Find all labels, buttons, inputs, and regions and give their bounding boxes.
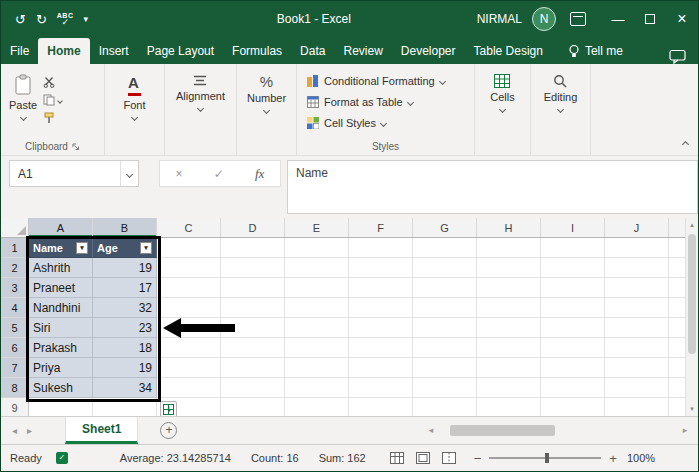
cell-f5[interactable]	[349, 318, 413, 338]
cell-j2[interactable]	[605, 258, 669, 278]
zoom-slider[interactable]	[489, 457, 601, 459]
font-group[interactable]: A Font	[105, 64, 165, 155]
cell-styles-button[interactable]: Cell Styles	[307, 112, 386, 133]
select-all-button[interactable]	[1, 218, 29, 237]
scroll-up-icon[interactable]: ▲	[686, 218, 698, 232]
collapse-ribbon-icon[interactable]	[682, 141, 689, 148]
row-header-7[interactable]: 7	[1, 358, 29, 378]
zoom-in-icon[interactable]: +	[609, 451, 617, 466]
cell-i4[interactable]	[541, 298, 605, 318]
row-header-4[interactable]: 4	[1, 298, 29, 318]
cell-g9[interactable]	[413, 398, 477, 416]
cell-h4[interactable]	[477, 298, 541, 318]
insert-function-icon[interactable]: fx	[255, 166, 264, 182]
cell-f1[interactable]	[349, 238, 413, 258]
scroll-left-icon[interactable]: ◂	[424, 425, 438, 435]
cell-d9[interactable]	[221, 398, 285, 416]
cell-e3[interactable]	[285, 278, 349, 298]
cells-group[interactable]: Cells	[475, 64, 531, 155]
cell-b4[interactable]: 32	[93, 298, 157, 318]
user-name[interactable]: NIRMAL	[477, 12, 522, 26]
cell-f4[interactable]	[349, 298, 413, 318]
scroll-right-icon[interactable]: ▸	[678, 425, 692, 435]
row-header-9[interactable]: 9	[1, 398, 29, 416]
cell-b1[interactable]: Age▾	[93, 238, 157, 258]
cell-b9[interactable]	[93, 398, 157, 416]
cell-d1[interactable]	[221, 238, 285, 258]
cell-h1[interactable]	[477, 238, 541, 258]
accessibility-icon[interactable]: ✓	[56, 452, 68, 464]
cell-j4[interactable]	[605, 298, 669, 318]
cell-j6[interactable]	[605, 338, 669, 358]
column-header-j[interactable]: J	[605, 218, 669, 237]
column-header-c[interactable]: C	[157, 218, 221, 237]
format-as-table-button[interactable]: Format as Table	[307, 91, 413, 112]
cell-a2[interactable]: Ashrith	[29, 258, 93, 278]
horizontal-scroll-thumb[interactable]	[450, 425, 555, 436]
page-break-view-icon[interactable]	[442, 452, 456, 464]
quick-analysis-button[interactable]	[160, 401, 177, 416]
row-header-5[interactable]: 5	[1, 318, 29, 338]
filter-button[interactable]: ▾	[76, 242, 88, 254]
redo-icon[interactable]: ↻	[36, 13, 47, 26]
tab-page-layout[interactable]: Page Layout	[138, 38, 223, 64]
tab-data[interactable]: Data	[291, 38, 334, 64]
cell-e8[interactable]	[285, 378, 349, 398]
cell-h8[interactable]	[477, 378, 541, 398]
sheet-tab-sheet1[interactable]: Sheet1	[65, 417, 138, 444]
cell-a6[interactable]: Prakash	[29, 338, 93, 358]
cell-i3[interactable]	[541, 278, 605, 298]
row-header-6[interactable]: 6	[1, 338, 29, 358]
cell-c7[interactable]	[157, 358, 221, 378]
editing-group[interactable]: Editing	[531, 64, 591, 155]
cell-g6[interactable]	[413, 338, 477, 358]
column-header-h[interactable]: H	[477, 218, 541, 237]
cell-i1[interactable]	[541, 238, 605, 258]
cell-d3[interactable]	[221, 278, 285, 298]
column-header-i[interactable]: I	[541, 218, 605, 237]
cell-a9[interactable]	[29, 398, 93, 416]
number-group[interactable]: % Number	[237, 64, 297, 155]
column-header-b[interactable]: B	[93, 218, 157, 237]
cell-i8[interactable]	[541, 378, 605, 398]
cell-d7[interactable]	[221, 358, 285, 378]
cell-g7[interactable]	[413, 358, 477, 378]
name-box-dropdown-icon[interactable]	[120, 161, 138, 186]
cell-i6[interactable]	[541, 338, 605, 358]
zoom-out-icon[interactable]: −	[474, 451, 482, 466]
cell-e1[interactable]	[285, 238, 349, 258]
cell-j7[interactable]	[605, 358, 669, 378]
sheet-nav-right-icon[interactable]: ▸	[22, 425, 37, 436]
cell-g8[interactable]	[413, 378, 477, 398]
cell-h3[interactable]	[477, 278, 541, 298]
cell-j5[interactable]	[605, 318, 669, 338]
horizontal-scrollbar[interactable]: ◂ ▸	[424, 422, 692, 438]
paste-dropdown-icon[interactable]	[20, 114, 27, 121]
tab-home[interactable]: Home	[38, 38, 89, 64]
cell-g3[interactable]	[413, 278, 477, 298]
cell-i7[interactable]	[541, 358, 605, 378]
minimize-button[interactable]: —	[602, 1, 634, 37]
vertical-scroll-thumb[interactable]	[688, 234, 696, 354]
copy-icon[interactable]	[43, 94, 62, 106]
cell-j8[interactable]	[605, 378, 669, 398]
zoom-slider-thumb[interactable]	[545, 453, 549, 463]
cell-i9[interactable]	[541, 398, 605, 416]
cell-i2[interactable]	[541, 258, 605, 278]
cell-a3[interactable]: Praneet	[29, 278, 93, 298]
column-header-f[interactable]: F	[349, 218, 413, 237]
cell-g4[interactable]	[413, 298, 477, 318]
cell-e6[interactable]	[285, 338, 349, 358]
cell-e4[interactable]	[285, 298, 349, 318]
formula-input[interactable]: Name	[287, 160, 698, 214]
column-header-g[interactable]: G	[413, 218, 477, 237]
cell-g1[interactable]	[413, 238, 477, 258]
column-header-a[interactable]: A	[29, 218, 93, 237]
cell-h7[interactable]	[477, 358, 541, 378]
maximize-button[interactable]	[634, 1, 666, 37]
cell-e7[interactable]	[285, 358, 349, 378]
cell-f2[interactable]	[349, 258, 413, 278]
row-header-1[interactable]: 1	[1, 238, 29, 258]
cell-f6[interactable]	[349, 338, 413, 358]
cell-f9[interactable]	[349, 398, 413, 416]
